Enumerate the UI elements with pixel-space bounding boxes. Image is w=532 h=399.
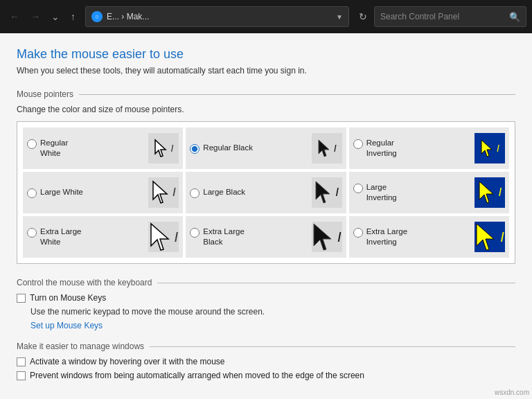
pointer-description: Change the color and size of mouse point… — [17, 105, 515, 114]
hover-label: Activate a window by hovering over it wi… — [30, 357, 224, 366]
pointer-cell-extra-large-white: Extra LargeWhite I — [23, 216, 183, 258]
svg-marker-0 — [155, 140, 166, 157]
label-extra-large-inverting: Extra LargeInverting — [366, 227, 407, 247]
navigation-bar: ← → ⌄ ↑ ○ E... › Mak... ▼ ↻ 🔍 — [0, 0, 532, 33]
preview-large-inverting: I — [475, 177, 505, 208]
prevent-arrange-row: Prevent windows from being automatically… — [17, 371, 515, 380]
label-large-inverting: LargeInverting — [366, 182, 397, 203]
main-content: Make the mouse easier to use When you se… — [0, 33, 532, 399]
address-bar[interactable]: ○ E... › Mak... ▼ — [85, 6, 349, 27]
forward-button[interactable]: → — [26, 8, 44, 25]
mouse-keys-label: Turn on Mouse Keys — [30, 293, 106, 303]
watermark: wsxdn.com — [495, 389, 529, 396]
radio-large-white[interactable] — [27, 188, 37, 198]
pointer-cell-large-inverting: LargeInverting I — [349, 172, 509, 213]
keyboard-section-title: Control the mouse with the keyboard — [17, 278, 515, 287]
label-regular-white: RegularWhite — [40, 138, 68, 159]
preview-large-black: I — [312, 177, 342, 208]
search-input[interactable] — [380, 12, 505, 21]
radio-regular-black[interactable] — [190, 144, 200, 154]
keyboard-section: Turn on Mouse Keys Use the numeric keypa… — [17, 293, 515, 330]
page-title: Make the mouse easier to use — [17, 47, 515, 62]
label-large-white: Large White — [40, 187, 83, 197]
radio-regular-inverting[interactable] — [353, 139, 363, 149]
preview-regular-black: I — [312, 133, 342, 163]
svg-marker-1 — [319, 140, 329, 157]
preview-extra-large-inverting: I — [475, 222, 505, 252]
page-subtitle: When you select these tools, they will a… — [17, 66, 515, 76]
preview-regular-white: I — [148, 133, 179, 163]
up-button[interactable]: ↑ — [66, 8, 80, 25]
radio-extra-large-inverting[interactable] — [353, 228, 363, 238]
pointer-cell-regular-inverting: RegularInverting I — [349, 127, 509, 169]
pointer-grid-container: RegularWhite I Regular Black — [17, 121, 515, 264]
hover-checkbox[interactable] — [17, 357, 26, 366]
radio-large-inverting[interactable] — [353, 184, 363, 193]
preview-extra-large-white: I — [148, 222, 179, 252]
refresh-button[interactable]: ↻ — [355, 8, 371, 25]
label-large-black: Large Black — [203, 187, 245, 197]
label-extra-large-black: Extra LargeBlack — [203, 227, 244, 247]
back-button[interactable]: ← — [6, 8, 24, 25]
label-regular-black: Regular Black — [203, 143, 253, 153]
svg-marker-8 — [477, 224, 494, 250]
mouse-keys-row: Turn on Mouse Keys — [17, 293, 515, 303]
radio-large-black[interactable] — [190, 188, 200, 198]
setup-mouse-keys-link[interactable]: Set up Mouse Keys — [30, 321, 515, 330]
svg-marker-3 — [153, 181, 167, 203]
mouse-keys-desc: Use the numeric keypad to move the mouse… — [30, 307, 515, 317]
pointer-cell-large-black: Large Black I — [186, 172, 346, 213]
radio-extra-large-black[interactable] — [190, 228, 200, 238]
svg-marker-5 — [479, 181, 493, 203]
svg-marker-4 — [316, 181, 330, 203]
mouse-keys-checkbox[interactable] — [17, 294, 26, 303]
search-bar[interactable]: 🔍 — [374, 6, 526, 27]
radio-regular-white[interactable] — [27, 139, 37, 149]
prevent-arrange-checkbox[interactable] — [17, 371, 26, 380]
address-icon: ○ — [91, 11, 103, 22]
hover-row: Activate a window by hovering over it wi… — [17, 357, 515, 366]
label-extra-large-white: Extra LargeWhite — [40, 227, 81, 247]
address-text: E... › Mak... — [107, 12, 332, 21]
pointer-grid: RegularWhite I Regular Black — [23, 127, 509, 258]
prevent-arrange-label: Prevent windows from being automatically… — [30, 371, 364, 380]
svg-marker-6 — [151, 224, 168, 250]
pointer-cell-regular-white: RegularWhite I — [23, 127, 183, 169]
pointer-cell-regular-black: Regular Black I — [186, 127, 346, 169]
windows-section-title: Make it easier to manage windows — [17, 342, 515, 351]
pointer-cell-large-white: Large White I — [23, 172, 183, 213]
pointer-cell-extra-large-black: Extra LargeBlack I — [186, 216, 346, 258]
mouse-pointers-section-title: Mouse pointers — [17, 89, 515, 99]
recent-pages-button[interactable]: ⌄ — [47, 8, 64, 25]
address-dropdown-icon: ▼ — [336, 13, 343, 21]
pointer-cell-extra-large-inverting: Extra LargeInverting I — [349, 216, 509, 258]
label-regular-inverting: RegularInverting — [366, 138, 397, 159]
svg-marker-2 — [481, 140, 492, 157]
preview-extra-large-black: I — [312, 222, 342, 252]
preview-large-white: I — [148, 177, 179, 208]
radio-extra-large-white[interactable] — [27, 228, 37, 238]
preview-regular-inverting: I — [475, 133, 505, 163]
svg-marker-7 — [314, 224, 331, 250]
search-icon: 🔍 — [509, 12, 520, 22]
